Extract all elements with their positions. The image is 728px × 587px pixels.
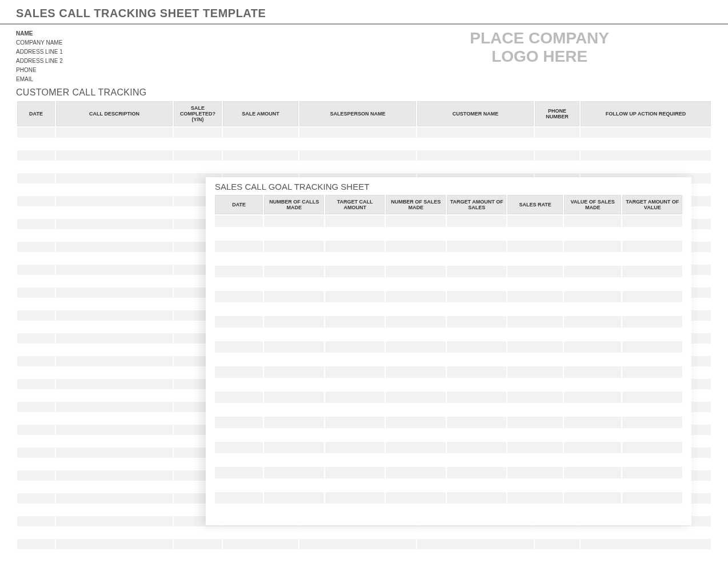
goal-cell[interactable]: [447, 392, 507, 403]
goal-cell[interactable]: [564, 316, 622, 328]
goal-cell[interactable]: [325, 417, 385, 428]
tracking-cell[interactable]: [56, 219, 173, 229]
goal-cell[interactable]: [386, 241, 446, 252]
goal-cell[interactable]: [325, 341, 385, 353]
goal-cell[interactable]: [264, 442, 324, 453]
goal-cell[interactable]: [622, 304, 682, 315]
tracking-cell[interactable]: [17, 173, 55, 183]
tracking-cell[interactable]: [299, 550, 416, 561]
goal-cell[interactable]: [507, 366, 562, 378]
goal-cell[interactable]: [215, 241, 263, 252]
goal-cell[interactable]: [386, 266, 446, 277]
tracking-cell[interactable]: [223, 528, 298, 538]
goal-cell[interactable]: [264, 354, 324, 365]
tracking-cell[interactable]: [17, 390, 55, 401]
goal-cell[interactable]: [507, 304, 562, 315]
tracking-cell[interactable]: [581, 550, 711, 561]
goal-cell[interactable]: [264, 417, 324, 428]
goal-cell[interactable]: [447, 366, 507, 378]
goal-cell[interactable]: [264, 304, 324, 315]
goal-cell[interactable]: [622, 404, 682, 416]
goal-cell[interactable]: [507, 329, 562, 340]
goal-cell[interactable]: [447, 253, 507, 265]
goal-cell[interactable]: [564, 354, 622, 365]
tracking-cell[interactable]: [17, 185, 55, 195]
tracking-cell[interactable]: [17, 162, 55, 172]
tracking-cell[interactable]: [56, 345, 173, 355]
tracking-cell[interactable]: [535, 127, 579, 138]
goal-cell[interactable]: [507, 278, 562, 290]
goal-cell[interactable]: [386, 316, 446, 328]
tracking-cell[interactable]: [56, 310, 173, 321]
goal-cell[interactable]: [447, 404, 507, 416]
goal-cell[interactable]: [215, 329, 263, 340]
tracking-cell[interactable]: [17, 265, 55, 275]
goal-cell[interactable]: [447, 215, 507, 227]
goal-cell[interactable]: [325, 505, 385, 516]
tracking-cell[interactable]: [56, 368, 173, 378]
tracking-cell[interactable]: [56, 539, 173, 549]
tracking-cell[interactable]: [223, 150, 298, 161]
tracking-cell[interactable]: [56, 470, 173, 481]
goal-cell[interactable]: [264, 266, 324, 277]
goal-cell[interactable]: [325, 241, 385, 252]
goal-cell[interactable]: [325, 228, 385, 239]
goal-cell[interactable]: [264, 492, 324, 504]
tracking-cell[interactable]: [299, 162, 416, 172]
goal-cell[interactable]: [622, 354, 682, 365]
tracking-cell[interactable]: [56, 253, 173, 263]
tracking-cell[interactable]: [56, 127, 173, 138]
goal-cell[interactable]: [507, 454, 562, 466]
goal-cell[interactable]: [325, 379, 385, 390]
goal-cell[interactable]: [325, 329, 385, 340]
goal-cell[interactable]: [507, 354, 562, 365]
goal-cell[interactable]: [564, 454, 622, 466]
tracking-cell[interactable]: [56, 459, 173, 469]
tracking-cell[interactable]: [56, 505, 173, 515]
goal-cell[interactable]: [264, 278, 324, 290]
goal-cell[interactable]: [215, 278, 263, 290]
tracking-cell[interactable]: [17, 470, 55, 481]
goal-cell[interactable]: [564, 366, 622, 378]
goal-cell[interactable]: [622, 467, 682, 478]
tracking-cell[interactable]: [17, 299, 55, 309]
tracking-cell[interactable]: [223, 550, 298, 561]
tracking-cell[interactable]: [17, 356, 55, 366]
goal-cell[interactable]: [447, 505, 507, 516]
goal-cell[interactable]: [564, 228, 622, 239]
tracking-cell[interactable]: [17, 539, 55, 549]
goal-cell[interactable]: [264, 241, 324, 252]
goal-cell[interactable]: [564, 266, 622, 277]
tracking-cell[interactable]: [17, 345, 55, 355]
goal-cell[interactable]: [264, 404, 324, 416]
goal-cell[interactable]: [564, 480, 622, 491]
goal-cell[interactable]: [325, 442, 385, 453]
goal-cell[interactable]: [264, 467, 324, 478]
goal-cell[interactable]: [325, 304, 385, 315]
tracking-cell[interactable]: [56, 516, 173, 526]
tracking-cell[interactable]: [17, 516, 55, 526]
goal-cell[interactable]: [264, 253, 324, 265]
goal-cell[interactable]: [264, 454, 324, 466]
goal-cell[interactable]: [386, 304, 446, 315]
goal-cell[interactable]: [325, 480, 385, 491]
goal-cell[interactable]: [564, 429, 622, 441]
tracking-cell[interactable]: [17, 528, 55, 538]
tracking-cell[interactable]: [56, 528, 173, 538]
goal-cell[interactable]: [622, 442, 682, 453]
goal-cell[interactable]: [507, 417, 562, 428]
tracking-cell[interactable]: [56, 150, 173, 161]
tracking-cell[interactable]: [17, 207, 55, 218]
goal-cell[interactable]: [622, 429, 682, 441]
goal-cell[interactable]: [564, 505, 622, 516]
tracking-cell[interactable]: [17, 448, 55, 458]
goal-cell[interactable]: [386, 215, 446, 227]
tracking-cell[interactable]: [417, 528, 534, 538]
goal-cell[interactable]: [507, 505, 562, 516]
goal-cell[interactable]: [622, 341, 682, 353]
tracking-cell[interactable]: [299, 528, 416, 538]
goal-cell[interactable]: [215, 354, 263, 365]
tracking-cell[interactable]: [17, 550, 55, 561]
goal-cell[interactable]: [564, 404, 622, 416]
goal-cell[interactable]: [507, 442, 562, 453]
